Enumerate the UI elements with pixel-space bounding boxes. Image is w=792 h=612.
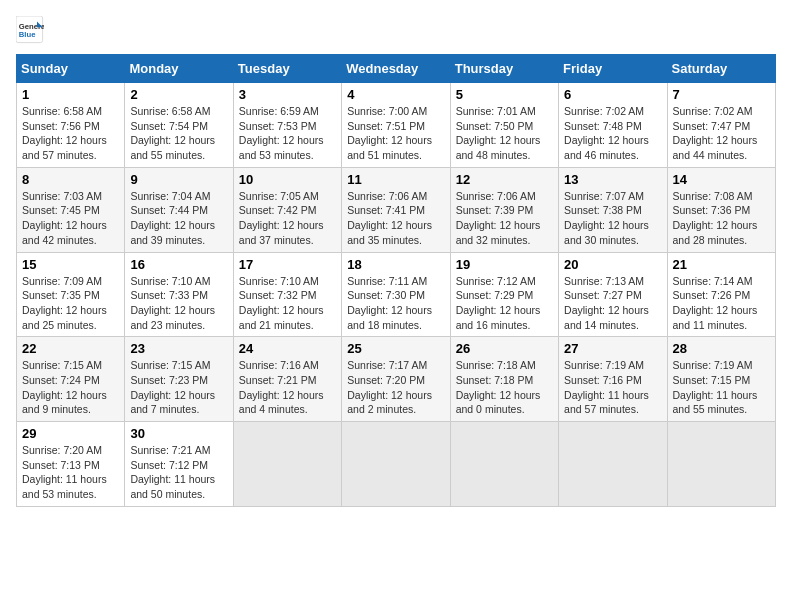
- day-cell: 29 Sunrise: 7:20 AMSunset: 7:13 PMDaylig…: [17, 422, 125, 507]
- week-row-5: 29 Sunrise: 7:20 AMSunset: 7:13 PMDaylig…: [17, 422, 776, 507]
- day-detail: Sunrise: 6:58 AMSunset: 7:56 PMDaylight:…: [22, 105, 107, 161]
- day-cell: 20 Sunrise: 7:13 AMSunset: 7:27 PMDaylig…: [559, 252, 667, 337]
- day-detail: Sunrise: 7:14 AMSunset: 7:26 PMDaylight:…: [673, 275, 758, 331]
- logo: General Blue: [16, 16, 48, 44]
- day-detail: Sunrise: 7:02 AMSunset: 7:47 PMDaylight:…: [673, 105, 758, 161]
- week-row-1: 1 Sunrise: 6:58 AMSunset: 7:56 PMDayligh…: [17, 83, 776, 168]
- day-cell: 27 Sunrise: 7:19 AMSunset: 7:16 PMDaylig…: [559, 337, 667, 422]
- day-detail: Sunrise: 7:00 AMSunset: 7:51 PMDaylight:…: [347, 105, 432, 161]
- day-cell: 4 Sunrise: 7:00 AMSunset: 7:51 PMDayligh…: [342, 83, 450, 168]
- day-number: 6: [564, 87, 661, 102]
- day-detail: Sunrise: 7:19 AMSunset: 7:16 PMDaylight:…: [564, 359, 649, 415]
- day-number: 7: [673, 87, 770, 102]
- day-cell: 2 Sunrise: 6:58 AMSunset: 7:54 PMDayligh…: [125, 83, 233, 168]
- day-number: 27: [564, 341, 661, 356]
- day-cell: 23 Sunrise: 7:15 AMSunset: 7:23 PMDaylig…: [125, 337, 233, 422]
- day-number: 11: [347, 172, 444, 187]
- day-cell: [667, 422, 775, 507]
- header-cell-friday: Friday: [559, 55, 667, 83]
- day-number: 9: [130, 172, 227, 187]
- page-header: General Blue: [16, 16, 776, 44]
- day-number: 10: [239, 172, 336, 187]
- day-cell: 8 Sunrise: 7:03 AMSunset: 7:45 PMDayligh…: [17, 167, 125, 252]
- week-row-4: 22 Sunrise: 7:15 AMSunset: 7:24 PMDaylig…: [17, 337, 776, 422]
- day-cell: [233, 422, 341, 507]
- day-cell: 9 Sunrise: 7:04 AMSunset: 7:44 PMDayligh…: [125, 167, 233, 252]
- logo-icon: General Blue: [16, 16, 44, 44]
- day-detail: Sunrise: 7:03 AMSunset: 7:45 PMDaylight:…: [22, 190, 107, 246]
- day-detail: Sunrise: 7:16 AMSunset: 7:21 PMDaylight:…: [239, 359, 324, 415]
- day-cell: 13 Sunrise: 7:07 AMSunset: 7:38 PMDaylig…: [559, 167, 667, 252]
- day-detail: Sunrise: 7:19 AMSunset: 7:15 PMDaylight:…: [673, 359, 758, 415]
- day-number: 13: [564, 172, 661, 187]
- day-detail: Sunrise: 7:18 AMSunset: 7:18 PMDaylight:…: [456, 359, 541, 415]
- day-cell: 16 Sunrise: 7:10 AMSunset: 7:33 PMDaylig…: [125, 252, 233, 337]
- day-number: 15: [22, 257, 119, 272]
- day-cell: 3 Sunrise: 6:59 AMSunset: 7:53 PMDayligh…: [233, 83, 341, 168]
- day-detail: Sunrise: 6:58 AMSunset: 7:54 PMDaylight:…: [130, 105, 215, 161]
- day-cell: 18 Sunrise: 7:11 AMSunset: 7:30 PMDaylig…: [342, 252, 450, 337]
- day-detail: Sunrise: 7:04 AMSunset: 7:44 PMDaylight:…: [130, 190, 215, 246]
- day-number: 26: [456, 341, 553, 356]
- day-cell: 30 Sunrise: 7:21 AMSunset: 7:12 PMDaylig…: [125, 422, 233, 507]
- day-detail: Sunrise: 7:06 AMSunset: 7:41 PMDaylight:…: [347, 190, 432, 246]
- day-cell: 19 Sunrise: 7:12 AMSunset: 7:29 PMDaylig…: [450, 252, 558, 337]
- day-detail: Sunrise: 7:13 AMSunset: 7:27 PMDaylight:…: [564, 275, 649, 331]
- day-detail: Sunrise: 7:09 AMSunset: 7:35 PMDaylight:…: [22, 275, 107, 331]
- day-detail: Sunrise: 7:10 AMSunset: 7:32 PMDaylight:…: [239, 275, 324, 331]
- day-number: 19: [456, 257, 553, 272]
- day-detail: Sunrise: 6:59 AMSunset: 7:53 PMDaylight:…: [239, 105, 324, 161]
- header-cell-saturday: Saturday: [667, 55, 775, 83]
- day-cell: 12 Sunrise: 7:06 AMSunset: 7:39 PMDaylig…: [450, 167, 558, 252]
- day-cell: 10 Sunrise: 7:05 AMSunset: 7:42 PMDaylig…: [233, 167, 341, 252]
- header-cell-monday: Monday: [125, 55, 233, 83]
- calendar-table: SundayMondayTuesdayWednesdayThursdayFrid…: [16, 54, 776, 507]
- day-cell: 7 Sunrise: 7:02 AMSunset: 7:47 PMDayligh…: [667, 83, 775, 168]
- svg-text:Blue: Blue: [19, 30, 36, 39]
- day-detail: Sunrise: 7:15 AMSunset: 7:24 PMDaylight:…: [22, 359, 107, 415]
- day-cell: 28 Sunrise: 7:19 AMSunset: 7:15 PMDaylig…: [667, 337, 775, 422]
- day-detail: Sunrise: 7:12 AMSunset: 7:29 PMDaylight:…: [456, 275, 541, 331]
- day-detail: Sunrise: 7:21 AMSunset: 7:12 PMDaylight:…: [130, 444, 215, 500]
- day-cell: 5 Sunrise: 7:01 AMSunset: 7:50 PMDayligh…: [450, 83, 558, 168]
- day-number: 5: [456, 87, 553, 102]
- day-number: 17: [239, 257, 336, 272]
- day-number: 29: [22, 426, 119, 441]
- header-cell-wednesday: Wednesday: [342, 55, 450, 83]
- week-row-3: 15 Sunrise: 7:09 AMSunset: 7:35 PMDaylig…: [17, 252, 776, 337]
- day-cell: 6 Sunrise: 7:02 AMSunset: 7:48 PMDayligh…: [559, 83, 667, 168]
- day-cell: [559, 422, 667, 507]
- day-detail: Sunrise: 7:10 AMSunset: 7:33 PMDaylight:…: [130, 275, 215, 331]
- day-number: 22: [22, 341, 119, 356]
- day-detail: Sunrise: 7:01 AMSunset: 7:50 PMDaylight:…: [456, 105, 541, 161]
- day-cell: 17 Sunrise: 7:10 AMSunset: 7:32 PMDaylig…: [233, 252, 341, 337]
- day-number: 30: [130, 426, 227, 441]
- header-cell-sunday: Sunday: [17, 55, 125, 83]
- day-number: 12: [456, 172, 553, 187]
- day-detail: Sunrise: 7:08 AMSunset: 7:36 PMDaylight:…: [673, 190, 758, 246]
- day-number: 14: [673, 172, 770, 187]
- day-number: 2: [130, 87, 227, 102]
- day-number: 21: [673, 257, 770, 272]
- day-number: 23: [130, 341, 227, 356]
- day-cell: 1 Sunrise: 6:58 AMSunset: 7:56 PMDayligh…: [17, 83, 125, 168]
- day-cell: 26 Sunrise: 7:18 AMSunset: 7:18 PMDaylig…: [450, 337, 558, 422]
- day-number: 28: [673, 341, 770, 356]
- day-cell: 25 Sunrise: 7:17 AMSunset: 7:20 PMDaylig…: [342, 337, 450, 422]
- day-number: 18: [347, 257, 444, 272]
- day-number: 16: [130, 257, 227, 272]
- week-row-2: 8 Sunrise: 7:03 AMSunset: 7:45 PMDayligh…: [17, 167, 776, 252]
- day-detail: Sunrise: 7:06 AMSunset: 7:39 PMDaylight:…: [456, 190, 541, 246]
- day-detail: Sunrise: 7:05 AMSunset: 7:42 PMDaylight:…: [239, 190, 324, 246]
- day-detail: Sunrise: 7:15 AMSunset: 7:23 PMDaylight:…: [130, 359, 215, 415]
- header-cell-tuesday: Tuesday: [233, 55, 341, 83]
- day-detail: Sunrise: 7:17 AMSunset: 7:20 PMDaylight:…: [347, 359, 432, 415]
- day-detail: Sunrise: 7:07 AMSunset: 7:38 PMDaylight:…: [564, 190, 649, 246]
- day-cell: 14 Sunrise: 7:08 AMSunset: 7:36 PMDaylig…: [667, 167, 775, 252]
- day-detail: Sunrise: 7:11 AMSunset: 7:30 PMDaylight:…: [347, 275, 432, 331]
- header-cell-thursday: Thursday: [450, 55, 558, 83]
- day-cell: 11 Sunrise: 7:06 AMSunset: 7:41 PMDaylig…: [342, 167, 450, 252]
- day-number: 25: [347, 341, 444, 356]
- day-cell: 24 Sunrise: 7:16 AMSunset: 7:21 PMDaylig…: [233, 337, 341, 422]
- day-number: 3: [239, 87, 336, 102]
